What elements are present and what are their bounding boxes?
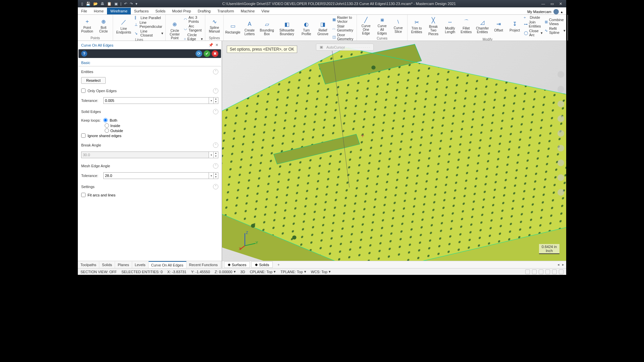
line-endpoints-button[interactable]: ／Line Endpoints [115,18,132,35]
qat-dropdown-icon[interactable]: ▾ [136,2,138,6]
combine-views-button[interactable]: ⊞Combine Views [545,18,566,26]
viewport-canvas[interactable]: Set options, press <ENTER>, or OK ▣ Auto… [222,41,566,261]
help-icon[interactable]: ▴ [561,10,563,14]
divide-button[interactable]: ÷Divide [524,15,543,19]
join-entities-button[interactable]: ⊶Join Entities [524,20,543,28]
tab-wireframe[interactable]: Wireframe [107,8,131,14]
tab-surfaces[interactable]: Surfaces [131,8,152,14]
tab-view[interactable]: View [258,8,273,14]
axis-triad[interactable]: Z Y X [239,231,259,251]
break-two-button[interactable]: ╳Break Two Pieces [426,16,441,37]
panel-close-icon[interactable]: ✕ [215,43,218,47]
scroll-left-icon[interactable]: ◂ [557,262,559,267]
project-button[interactable]: ↧Project [508,20,522,33]
spin-up-icon[interactable]: ▲ [214,173,218,176]
ignore-shared-checkbox[interactable] [81,133,86,138]
create-letters-button[interactable]: ACreate Letters [242,20,257,37]
arc-3points-button[interactable]: ◠Arc 3 Points [184,15,203,23]
status-toggle[interactable] [559,269,564,274]
close-button[interactable]: ✕ [559,2,562,6]
minimize-button[interactable]: — [541,2,545,6]
spin-up-icon[interactable]: ▲ [214,98,218,101]
relief-groove-button[interactable]: ◨Relief Groove [315,20,330,37]
fit-arcs-checkbox[interactable] [81,193,86,197]
save-icon[interactable]: 💾 [86,2,91,6]
spin-down-icon[interactable]: ▼ [214,176,218,179]
chamfer-button[interactable]: ◿Chamfer Entities [475,18,490,35]
dropdown-icon[interactable]: ▾ [209,97,214,104]
trim-entities-button[interactable]: ✂Trim to Entities [410,18,424,35]
ok-button[interactable]: ✔ [204,50,210,57]
fillet-button[interactable]: ⌒Fillet Entities [459,18,473,35]
dropdown-icon[interactable]: ▾ [209,172,214,179]
basic-tab[interactable]: Basic [78,59,221,66]
close-arc-button[interactable]: ◯Close Arc ▾ [524,29,543,37]
status-wcs[interactable]: WCS: Top [311,270,327,274]
help-icon[interactable]: ? [81,51,87,57]
keep-both-radio[interactable] [103,118,108,122]
status-tplane[interactable]: TPLANE: Top [280,270,303,274]
raster-vector-button[interactable]: ▦Raster to Vector [332,15,355,23]
collapse-icon[interactable]: ˄ [213,88,218,94]
status-toggle[interactable] [525,269,530,274]
collapse-icon[interactable]: ˄ [213,184,218,189]
status-toggle[interactable] [532,269,537,274]
gizmo-button[interactable] [557,174,564,181]
open-icon[interactable]: 📂 [93,2,98,6]
tab-drafting[interactable]: Drafting [194,8,214,14]
turn-profile-button[interactable]: ◐Turn Profile [299,20,313,37]
clipboard-icon[interactable]: 📋 [107,2,112,6]
tab-curve-all-edges[interactable]: Curve On All Edges [149,261,186,268]
curve-one-edge-button[interactable]: ╱Curve One Edge [359,15,373,36]
maximize-button[interactable]: ▭ [550,2,554,6]
tab-transform[interactable]: Transform [214,8,237,14]
tab-solids[interactable]: Solids [99,261,115,268]
pin-icon[interactable]: 📌 [209,43,213,47]
bounding-box-button[interactable]: ▱Bounding Box [259,20,274,37]
spin-down-icon[interactable]: ▼ [214,101,218,104]
keep-outside-radio[interactable] [105,128,109,133]
add-tab-button[interactable]: ＋ [274,261,283,268]
rectangle-button[interactable]: ▭Rectangle [226,22,240,35]
collapse-icon[interactable]: ˄ [213,69,218,74]
silhouette-button[interactable]: ◧Silhouette Boundary [276,20,297,37]
arc-tangent-button[interactable]: ◡Arc Tangent [184,24,203,32]
tab-toolpaths[interactable]: Toolpaths [78,261,99,268]
undo-icon[interactable]: ↶ [124,2,127,6]
tab-recent[interactable]: Recent Functions [186,261,221,268]
line-parallel-button[interactable]: ∥Line Parallel [135,15,163,20]
refit-spline-button[interactable]: ∿Refit Spline ▾ [545,26,566,35]
mesh-tolerance-input[interactable] [103,172,209,179]
door-geometry-button[interactable]: ◫Door Geometry [332,33,355,41]
status-section[interactable]: SECTION VIEW: OFF [80,270,117,274]
cancel-button[interactable]: ✖ [212,50,218,57]
gizmo-button[interactable] [557,71,564,78]
only-open-edges-checkbox[interactable] [81,88,86,93]
vtab-solids[interactable]: ◆Solids [251,261,273,268]
tab-modelprep[interactable]: Model Prep [169,8,194,14]
my-mastercam-link[interactable]: My Mastercam [527,10,551,14]
avatar-icon[interactable] [553,9,559,14]
apply-new-button[interactable]: ⟳ [196,50,202,57]
reselect-button[interactable]: Reselect [81,77,106,84]
line-closest-button[interactable]: ↘Line Closest ▾ [135,29,163,37]
app-icon[interactable]: ▣ [114,2,118,6]
scroll-right-icon[interactable]: ▸ [562,262,564,267]
gizmo-button[interactable] [557,130,564,137]
autocursor-toolbar[interactable]: ▣ AutoCursor · · · · · · · · · · · [316,44,374,51]
new-icon[interactable]: ▯ [81,2,83,6]
modify-length-button[interactable]: ↔Modify Length [443,18,457,35]
point-position-button[interactable]: ＋Point Position [80,17,95,34]
line-perpendicular-button[interactable]: ⊥Line Perpendicular [135,20,163,28]
tab-levels[interactable]: Levels [132,261,149,268]
status-toggle[interactable] [545,269,550,274]
status-toggle[interactable] [552,269,557,274]
tab-machine[interactable]: Machine [237,8,258,14]
redo-icon[interactable]: ↷ [130,2,133,6]
vtab-surfaces[interactable]: ◆Surfaces [224,261,250,268]
gizmo-button[interactable] [557,160,564,166]
gizmo-button[interactable] [557,115,564,122]
status-toggle[interactable] [539,269,543,274]
collapse-icon[interactable]: ˄ [213,163,218,169]
gizmo-button[interactable] [557,101,564,107]
